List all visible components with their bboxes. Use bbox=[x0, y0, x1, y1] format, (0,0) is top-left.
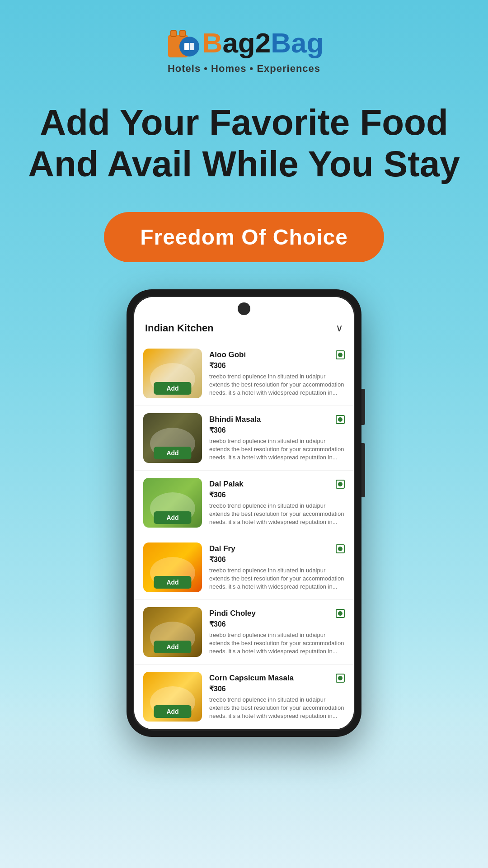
hero-heading: Add Your Favorite Food And Avail While Y… bbox=[27, 102, 461, 185]
food-item: Add Dal Palak ₹306 treebo trend opulence… bbox=[134, 471, 354, 535]
veg-dot-1 bbox=[338, 417, 343, 422]
food-name-row-5: Corn Capsicum Masala bbox=[209, 674, 345, 683]
veg-dot-5 bbox=[338, 676, 343, 680]
add-button-2[interactable]: Add bbox=[154, 511, 191, 524]
veg-dot-4 bbox=[338, 611, 343, 616]
food-item: Add Pindi Choley ₹306 treebo trend opule… bbox=[134, 600, 354, 665]
veg-icon-5 bbox=[336, 674, 345, 683]
food-image-5: Add bbox=[143, 672, 202, 722]
add-button-4[interactable]: Add bbox=[154, 641, 191, 653]
food-name-3: Dal Fry bbox=[209, 544, 235, 553]
logo-subtitle: Hotels • Homes • Experiences bbox=[168, 63, 320, 75]
food-desc-2: treebo trend opulence inn situated in ud… bbox=[209, 502, 345, 527]
cta-button[interactable]: Freedom Of Choice bbox=[104, 212, 384, 262]
food-price-2: ₹306 bbox=[209, 491, 345, 499]
food-desc-4: treebo trend opulence inn situated in ud… bbox=[209, 631, 345, 656]
food-item: Add Aloo Gobi ₹306 treebo trend opulence… bbox=[134, 341, 354, 406]
food-list: Add Aloo Gobi ₹306 treebo trend opulence… bbox=[134, 341, 354, 729]
camera-notch bbox=[238, 302, 250, 315]
food-item: Add Corn Capsicum Masala ₹306 treebo tre… bbox=[134, 665, 354, 729]
food-name-row-1: Bhindi Masala bbox=[209, 415, 345, 424]
phone-screen: Indian Kitchen ∨ Add Aloo Gobi ₹306 tree… bbox=[134, 297, 354, 729]
add-button-5[interactable]: Add bbox=[154, 705, 191, 718]
screen-title: Indian Kitchen bbox=[145, 322, 214, 334]
veg-icon-4 bbox=[336, 609, 345, 618]
food-name-row-3: Dal Fry bbox=[209, 544, 345, 553]
food-desc-5: treebo trend opulence inn situated in ud… bbox=[209, 696, 345, 721]
svg-rect-5 bbox=[184, 43, 189, 50]
food-price-1: ₹306 bbox=[209, 426, 345, 434]
add-button-3[interactable]: Add bbox=[154, 576, 191, 589]
chevron-down-icon[interactable]: ∨ bbox=[336, 322, 343, 334]
food-image-1: Add bbox=[143, 413, 202, 463]
food-price-5: ₹306 bbox=[209, 684, 345, 693]
phone-frame: Indian Kitchen ∨ Add Aloo Gobi ₹306 tree… bbox=[127, 289, 361, 737]
logo-icon bbox=[164, 25, 201, 61]
food-image-4: Add bbox=[143, 607, 202, 657]
page-container: Bag2Bag Hotels • Homes • Experiences Add… bbox=[0, 0, 488, 868]
svg-rect-2 bbox=[180, 30, 185, 37]
veg-icon-1 bbox=[336, 415, 345, 424]
food-name-row-2: Dal Palak bbox=[209, 480, 345, 489]
food-details-4: Pindi Choley ₹306 treebo trend opulence … bbox=[209, 607, 345, 657]
food-name-4: Pindi Choley bbox=[209, 609, 256, 618]
logo-wrapper: Bag2Bag Hotels • Homes • Experiences bbox=[164, 25, 324, 75]
food-item: Add Bhindi Masala ₹306 treebo trend opul… bbox=[134, 406, 354, 471]
logo-combined: Bag2Bag bbox=[164, 25, 324, 61]
food-price-3: ₹306 bbox=[209, 555, 345, 564]
food-details-5: Corn Capsicum Masala ₹306 treebo trend o… bbox=[209, 672, 345, 722]
veg-dot-2 bbox=[338, 482, 343, 486]
food-desc-1: treebo trend opulence inn situated in ud… bbox=[209, 437, 345, 462]
food-desc-3: treebo trend opulence inn situated in ud… bbox=[209, 566, 345, 591]
food-details-0: Aloo Gobi ₹306 treebo trend opulence inn… bbox=[209, 349, 345, 398]
veg-icon-3 bbox=[336, 544, 345, 553]
phone-mockup: Indian Kitchen ∨ Add Aloo Gobi ₹306 tree… bbox=[127, 289, 361, 737]
screen-header: Indian Kitchen ∨ bbox=[134, 319, 354, 341]
food-image-0: Add bbox=[143, 349, 202, 398]
veg-icon-0 bbox=[336, 350, 345, 359]
food-name-2: Dal Palak bbox=[209, 480, 244, 489]
add-button-1[interactable]: Add bbox=[154, 447, 191, 459]
food-name-row-0: Aloo Gobi bbox=[209, 350, 345, 359]
hero-heading-container: Add Your Favorite Food And Avail While Y… bbox=[0, 102, 488, 185]
veg-dot-0 bbox=[338, 353, 343, 357]
add-button-0[interactable]: Add bbox=[154, 382, 191, 395]
food-name-1: Bhindi Masala bbox=[209, 415, 261, 424]
food-name-row-4: Pindi Choley bbox=[209, 609, 345, 618]
veg-icon-2 bbox=[336, 480, 345, 489]
food-details-2: Dal Palak ₹306 treebo trend opulence inn… bbox=[209, 478, 345, 528]
svg-rect-1 bbox=[171, 30, 176, 37]
food-details-1: Bhindi Masala ₹306 treebo trend opulence… bbox=[209, 413, 345, 463]
food-desc-0: treebo trend opulence inn situated in ud… bbox=[209, 373, 345, 397]
phone-inner-border: Indian Kitchen ∨ Add Aloo Gobi ₹306 tree… bbox=[133, 296, 355, 731]
food-name-5: Corn Capsicum Masala bbox=[209, 674, 294, 683]
food-price-0: ₹306 bbox=[209, 361, 345, 370]
veg-dot-3 bbox=[338, 547, 343, 551]
food-item: Add Dal Fry ₹306 treebo trend opulence i… bbox=[134, 535, 354, 600]
phone-notch bbox=[134, 297, 354, 319]
logo-text: Bag2Bag bbox=[202, 29, 324, 57]
food-name-0: Aloo Gobi bbox=[209, 350, 246, 359]
food-details-3: Dal Fry ₹306 treebo trend opulence inn s… bbox=[209, 542, 345, 592]
food-image-2: Add bbox=[143, 478, 202, 528]
food-image-3: Add bbox=[143, 542, 202, 592]
food-price-4: ₹306 bbox=[209, 620, 345, 628]
